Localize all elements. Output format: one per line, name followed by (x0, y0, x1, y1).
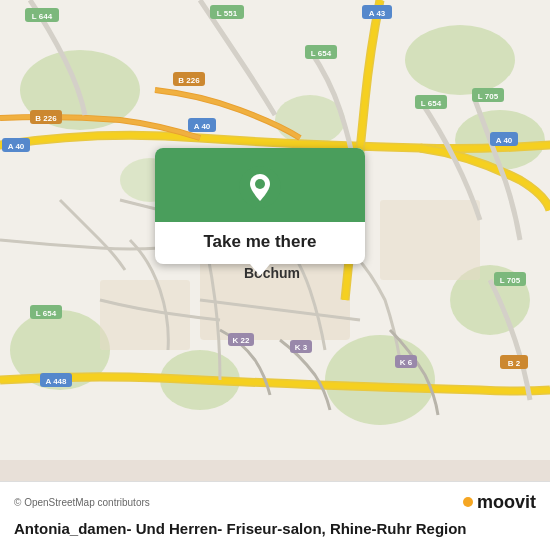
svg-text:A 40: A 40 (496, 136, 513, 145)
place-name: Antonia_damen- Und Herren- Friseur-salon… (14, 519, 536, 539)
svg-text:L 654: L 654 (421, 99, 442, 108)
svg-text:L 654: L 654 (36, 309, 57, 318)
svg-text:L 551: L 551 (217, 9, 238, 18)
osm-attribution: © OpenStreetMap contributors (14, 497, 150, 508)
svg-text:B 226: B 226 (35, 114, 57, 123)
svg-text:A 43: A 43 (369, 9, 386, 18)
location-pin-icon (239, 166, 281, 208)
svg-point-8 (275, 95, 345, 145)
callout-button-label[interactable]: Take me there (187, 222, 332, 256)
svg-text:B 2: B 2 (508, 359, 521, 368)
svg-text:K 6: K 6 (400, 358, 413, 367)
callout-header (155, 148, 365, 222)
svg-text:L 705: L 705 (478, 92, 499, 101)
location-callout: Take me there (155, 148, 365, 264)
svg-text:L 654: L 654 (311, 49, 332, 58)
bottom-panel: © OpenStreetMap contributors moovit Anto… (0, 481, 550, 551)
svg-text:L 644: L 644 (32, 12, 53, 21)
svg-rect-13 (380, 200, 480, 280)
svg-text:B 226: B 226 (178, 76, 200, 85)
moovit-brand-name: moovit (477, 492, 536, 513)
svg-text:K 3: K 3 (295, 343, 308, 352)
svg-text:A 40: A 40 (8, 142, 25, 151)
svg-text:A 40: A 40 (194, 122, 211, 131)
svg-point-6 (325, 335, 435, 425)
svg-text:K 22: K 22 (233, 336, 250, 345)
svg-text:L 705: L 705 (500, 276, 521, 285)
moovit-logo: moovit (463, 492, 536, 513)
svg-point-2 (405, 25, 515, 95)
svg-text:A 448: A 448 (45, 377, 67, 386)
svg-point-52 (255, 179, 265, 189)
bottom-panel-top: © OpenStreetMap contributors moovit (14, 492, 536, 513)
moovit-dot (463, 497, 473, 507)
